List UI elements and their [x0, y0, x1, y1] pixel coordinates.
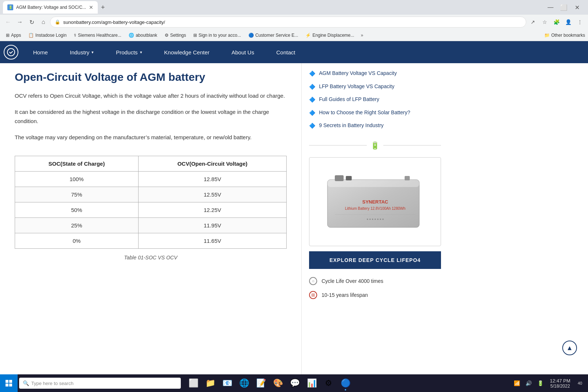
table-cell-ocv: 12.85V — [138, 172, 286, 187]
wifi-icon[interactable]: 📶 — [512, 378, 522, 388]
other-bookmarks[interactable]: 📁 Other bookmarks — [544, 33, 585, 38]
taskbar: 🔍 Type here to search ⬜ 📁 📧 🌐 📝 🎨 💬 📊 ⚙ — [0, 374, 588, 392]
bookmark-apps[interactable]: ⊞ Apps — [3, 32, 24, 39]
sidebar-link-text[interactable]: AGM Battery Voltage VS Capacity — [319, 70, 397, 77]
taskbar-outlook[interactable]: 📧 — [219, 375, 235, 391]
feature-icon: ○ — [309, 277, 317, 285]
refresh-button[interactable]: ↻ — [26, 17, 37, 27]
table-row: 100%12.85V — [15, 172, 287, 187]
table-header-ocv: OCV(Open-Circuit Voltage) — [138, 156, 286, 172]
taskbar-app5[interactable]: 📝 — [253, 375, 269, 391]
maximize-button[interactable]: ⬜ — [559, 2, 569, 12]
extensions-icon[interactable]: 🧩 — [551, 17, 562, 27]
sidebar-link-item[interactable]: 🔷 LFP Battery Voltage VS Capacity — [309, 80, 441, 93]
nav-contact[interactable]: Contact — [265, 41, 306, 63]
nav-about[interactable]: About Us — [220, 41, 265, 63]
table-cell-soc: 50% — [15, 202, 139, 218]
share-icon[interactable]: ↗ — [528, 17, 538, 27]
bookmark-favicon: ⚕ — [74, 33, 76, 38]
bookmark-settings[interactable]: ⚙ Settings — [162, 32, 189, 39]
sidebar-link-item[interactable]: 🔷 Full Guides of LFP Battery — [309, 93, 441, 106]
taskbar-app6[interactable]: 🎨 — [270, 375, 286, 391]
back-button[interactable]: ← — [3, 17, 13, 27]
sidebar-link-text[interactable]: LFP Battery Voltage VS Capacity — [319, 83, 394, 90]
taskbar-app9[interactable]: ⚙ — [320, 375, 337, 391]
browser-chrome: 🔋 AGM Battery: Voltage and SOC/C... ✕ + … — [0, 0, 588, 41]
forward-button[interactable]: → — [15, 17, 25, 27]
scroll-to-top-button[interactable]: ▲ — [562, 341, 577, 355]
page-content: Open-Circuit Voltage of AGM battery OCV … — [0, 63, 588, 392]
article-para-3: The voltage may vary depending on the ma… — [15, 133, 287, 142]
globe-icon: 🌐 — [129, 33, 134, 38]
tab-close-button[interactable]: ✕ — [89, 4, 93, 10]
battery-sys-icon[interactable]: 🔋 — [535, 378, 545, 388]
close-button[interactable]: ✕ — [572, 2, 582, 12]
nav-home[interactable]: Home — [22, 41, 59, 63]
url-text: sunonbattery.com/agm-battery-voltage-cap… — [63, 19, 521, 25]
lock-icon: 🔒 — [55, 19, 60, 25]
outlook-icon: 📧 — [222, 378, 232, 388]
taskbar-ie[interactable]: 🌐 — [236, 375, 252, 391]
tab-favicon: 🔋 — [7, 4, 13, 10]
sidebar-divider: 🔋 — [309, 141, 441, 150]
table-cell-ocv: 12.55V — [138, 187, 286, 202]
bookmark-instadose[interactable]: 📋 Instadose Login — [25, 32, 69, 39]
table-row: 75%12.55V — [15, 187, 287, 202]
feature-list: ○ Cycle Life Over 4000 times ⊞ 10-15 yea… — [309, 274, 441, 302]
search-placeholder: Type here to search — [31, 381, 177, 386]
explore-lifepo4-button[interactable]: EXPLORE DEEP CYCLE LIFEPO4 — [309, 251, 441, 269]
sidebar-link-text[interactable]: Full Guides of LFP Battery — [319, 96, 379, 103]
menu-icon[interactable]: ⋮ — [575, 17, 585, 27]
bookmark-engine[interactable]: ⚡ Engine Displaceme... — [302, 32, 357, 39]
volume-icon[interactable]: 🔊 — [523, 378, 534, 388]
bookmark-siemens[interactable]: ⚕ Siemens Healthcare... — [71, 32, 124, 39]
app8-icon: 📊 — [307, 378, 317, 388]
home-button[interactable]: ⌂ — [38, 17, 49, 27]
svg-rect-4 — [346, 176, 352, 180]
bookmark-customer-service[interactable]: 🔵 Customer Service E... — [245, 32, 301, 39]
taskbar-app8[interactable]: 📊 — [304, 375, 320, 391]
product-card: SYNERTAC Lithium Battery 12.8V100Ah 1280… — [309, 157, 441, 246]
minimize-button[interactable]: — — [545, 2, 556, 12]
bookmark-star-icon[interactable]: ☆ — [539, 17, 550, 27]
system-clock[interactable]: 12:47 PM 5/18/2022 — [547, 378, 573, 389]
profile-icon[interactable]: 👤 — [563, 17, 573, 27]
divider-line — [309, 145, 367, 145]
sidebar-link-text[interactable]: How to Choose the Right Solar Battery? — [319, 109, 410, 116]
ie-icon: 🌐 — [239, 378, 249, 388]
bookmarks-more-button[interactable]: » — [359, 32, 366, 39]
toolbar-icons: ↗ ☆ 🧩 👤 ⋮ — [528, 17, 585, 27]
link-icon: 🔷 — [309, 97, 315, 103]
bookmark-aboutblank[interactable]: 🌐 aboutblank — [126, 32, 160, 39]
divider-line — [383, 145, 441, 145]
taskview-icon: ⬜ — [189, 378, 198, 388]
nav-industry[interactable]: Industry ▾ — [59, 41, 105, 63]
site-logo[interactable] — [0, 41, 22, 63]
taskbar-chrome[interactable]: 🔵 — [337, 375, 354, 391]
taskbar-taskview[interactable]: ⬜ — [185, 375, 201, 391]
sidebar-link-item[interactable]: 🔷 9 Secrets in Battery Industry — [309, 119, 441, 132]
taskbar-search-bar[interactable]: 🔍 Type here to search — [19, 378, 181, 389]
new-tab-button[interactable]: + — [98, 2, 108, 12]
table-cell-ocv: 12.25V — [138, 202, 286, 218]
start-button[interactable] — [0, 374, 18, 392]
browser-tab[interactable]: 🔋 AGM Battery: Voltage and SOC/C... ✕ — [3, 1, 98, 14]
nav-products[interactable]: Products ▾ — [105, 41, 153, 63]
chevron-down-icon: ▾ — [140, 50, 142, 55]
sidebar-link-item[interactable]: 🔷 How to Choose the Right Solar Battery? — [309, 106, 441, 119]
clock-date: 5/18/2022 — [550, 384, 570, 389]
taskbar-teams[interactable]: 💬 — [287, 375, 303, 391]
notification-button[interactable]: 40 — [575, 378, 585, 388]
sidebar-link-list: 🔷 AGM Battery Voltage VS Capacity 🔷 LFP … — [309, 67, 441, 132]
taskbar-explorer[interactable]: 📁 — [202, 375, 218, 391]
table-header-soc: SOC(State of Charge) — [15, 156, 139, 172]
link-icon: 🔷 — [309, 110, 315, 116]
app6-icon: 🎨 — [273, 378, 283, 388]
article-para-1: OCV refers to Open Circuit Voltage, whic… — [15, 91, 287, 101]
sidebar-link-item[interactable]: 🔷 AGM Battery Voltage VS Capacity — [309, 67, 441, 80]
nav-knowledge[interactable]: Knowledge Center — [153, 41, 220, 63]
sidebar-link-text[interactable]: 9 Secrets in Battery Industry — [319, 122, 384, 129]
bookmark-signin[interactable]: ⊞ Sign in to your acco... — [190, 32, 244, 39]
address-bar[interactable]: 🔒 sunonbattery.com/agm-battery-voltage-c… — [50, 17, 526, 28]
teams-icon: 💬 — [290, 378, 300, 388]
